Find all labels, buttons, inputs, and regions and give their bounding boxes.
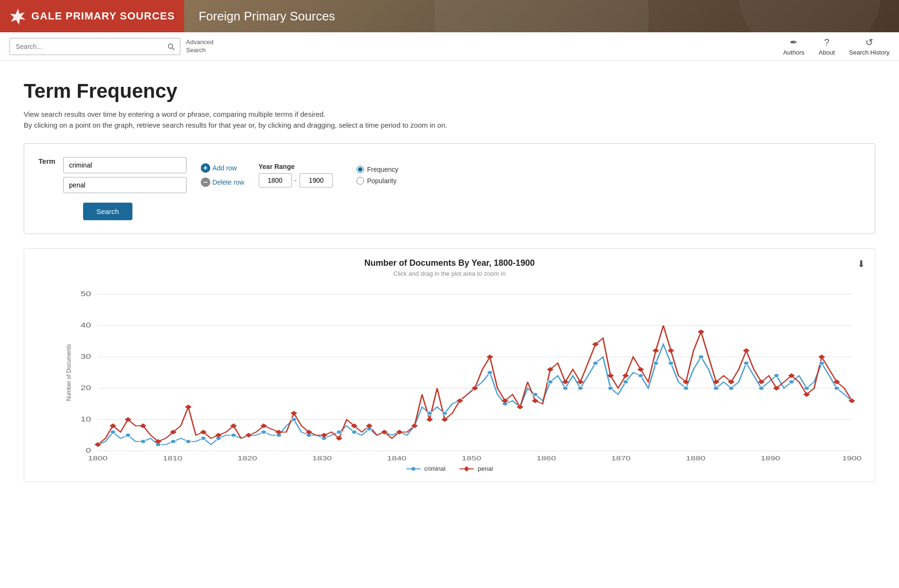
term-input-2[interactable] xyxy=(63,177,187,193)
svg-marker-87 xyxy=(290,411,297,416)
radio-frequency[interactable]: Frequency xyxy=(356,166,398,173)
svg-text:1880: 1880 xyxy=(686,455,705,460)
search-panel: Term + Add row − Delete row Year xyxy=(24,143,875,234)
download-icon[interactable]: ⬇ xyxy=(857,258,865,270)
svg-point-58 xyxy=(623,380,628,384)
svg-point-26 xyxy=(140,439,146,443)
radio-group: Frequency Popularity xyxy=(356,166,398,185)
search-icon xyxy=(167,42,175,51)
delete-row-button[interactable]: − Delete row xyxy=(201,177,244,187)
svg-text:1860: 1860 xyxy=(536,455,556,460)
svg-marker-111 xyxy=(653,348,659,353)
svg-point-52 xyxy=(533,392,538,396)
svg-marker-100 xyxy=(487,355,493,359)
collection-title: Foreign Primary Sources xyxy=(198,9,335,24)
svg-point-72 xyxy=(834,386,839,390)
svg-point-34 xyxy=(261,430,266,434)
svg-point-62 xyxy=(683,386,688,390)
advanced-search-link[interactable]: Advanced Search xyxy=(186,38,214,55)
svg-point-64 xyxy=(713,386,719,390)
svg-point-68 xyxy=(774,374,779,378)
chart-area[interactable]: 0 10 20 30 40 50 1800 1810 1820 1830 184… xyxy=(57,285,865,460)
collection-banner: Foreign Primary Sources xyxy=(184,0,899,32)
add-row-label: Add row xyxy=(213,164,237,172)
svg-marker-77 xyxy=(140,423,146,428)
nav-about[interactable]: ? About xyxy=(819,37,835,56)
svg-point-70 xyxy=(804,386,809,390)
nav-authors[interactable]: ✒ Authors xyxy=(783,37,805,56)
page-desc-1: View search results over time by enterin… xyxy=(24,110,875,118)
nav-search-history[interactable]: ↺ Search History xyxy=(849,37,890,56)
page-title: Term Frequency xyxy=(24,80,875,103)
svg-text:40: 40 xyxy=(81,321,91,329)
svg-text:1820: 1820 xyxy=(237,455,257,460)
svg-point-45 xyxy=(427,411,432,415)
about-icon: ? xyxy=(824,37,829,48)
radio-popularity[interactable]: Popularity xyxy=(356,177,398,185)
svg-point-28 xyxy=(170,439,176,443)
legend-criminal-label: criminal xyxy=(424,465,446,472)
gale-logo-icon xyxy=(9,8,27,25)
search-button[interactable] xyxy=(162,38,180,55)
svg-text:1830: 1830 xyxy=(312,455,332,460)
year-range: Year Range - xyxy=(259,163,333,187)
add-icon: + xyxy=(201,163,210,173)
term-inputs xyxy=(63,157,187,193)
add-row-button[interactable]: + Add row xyxy=(201,163,244,173)
year-end-input[interactable] xyxy=(300,173,333,187)
year-range-label: Year Range xyxy=(259,163,333,170)
svg-point-55 xyxy=(578,386,583,390)
form-row: Term + Add row − Delete row Year xyxy=(38,157,861,193)
svg-text:30: 30 xyxy=(81,353,91,360)
svg-point-57 xyxy=(608,386,613,390)
form-bottom-row: Search xyxy=(38,199,861,220)
svg-marker-86 xyxy=(275,429,282,434)
legend-criminal: criminal xyxy=(406,465,446,472)
year-start-input[interactable] xyxy=(259,173,292,187)
svg-point-66 xyxy=(744,361,749,365)
svg-text:1840: 1840 xyxy=(387,455,406,460)
nav-right: ✒ Authors ? About ↺ Search History xyxy=(783,37,890,56)
chart-container: Number of Documents By Year, 1800-1900 C… xyxy=(24,248,875,482)
year-inputs: - xyxy=(259,173,333,187)
legend-penal: penal xyxy=(459,465,493,472)
svg-point-46 xyxy=(442,411,447,415)
chart-subtitle: Click and drag in the plot area to zoom … xyxy=(34,270,865,277)
search-submit-button[interactable]: Search xyxy=(83,203,132,220)
svg-text:20: 20 xyxy=(81,384,91,392)
search-container xyxy=(9,38,180,55)
svg-point-61 xyxy=(668,361,674,365)
nav-authors-label: Authors xyxy=(783,49,805,56)
svg-marker-114 xyxy=(698,329,704,334)
svg-marker-117 xyxy=(743,348,749,353)
svg-point-60 xyxy=(653,361,658,365)
main-content: Term Frequency View search results over … xyxy=(0,61,899,501)
svg-text:50: 50 xyxy=(81,290,91,298)
svg-text:10: 10 xyxy=(81,415,91,423)
gale-brand-title: GALE PRIMARY SOURCES xyxy=(31,10,175,22)
svg-text:1890: 1890 xyxy=(761,455,780,460)
page-desc-2: By clicking on a point on the graph, ret… xyxy=(24,121,875,129)
svg-point-69 xyxy=(789,380,794,384)
svg-point-65 xyxy=(729,386,734,390)
svg-point-71 xyxy=(819,361,824,365)
header-top: GALE PRIMARY SOURCES Foreign Primary Sou… xyxy=(0,0,899,32)
term-input-1[interactable] xyxy=(63,157,187,173)
svg-marker-80 xyxy=(185,405,192,410)
search-history-icon: ↺ xyxy=(865,37,873,48)
search-input[interactable] xyxy=(10,39,162,54)
svg-text:1810: 1810 xyxy=(163,455,182,460)
svg-point-67 xyxy=(759,386,764,390)
svg-marker-110 xyxy=(637,367,644,372)
svg-text:1900: 1900 xyxy=(842,455,862,460)
svg-text:1870: 1870 xyxy=(611,455,631,460)
svg-point-49 xyxy=(487,371,492,374)
svg-point-24 xyxy=(110,430,115,434)
svg-point-39 xyxy=(337,430,342,434)
svg-point-30 xyxy=(201,437,206,440)
svg-marker-84 xyxy=(245,433,252,438)
svg-point-56 xyxy=(593,361,598,365)
svg-marker-122 xyxy=(818,355,825,359)
nav-search-history-label: Search History xyxy=(849,49,890,56)
svg-marker-103 xyxy=(532,398,538,403)
